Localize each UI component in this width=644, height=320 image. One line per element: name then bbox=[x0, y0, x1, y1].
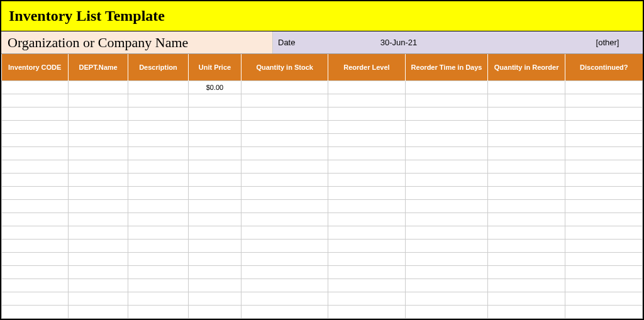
table-cell[interactable] bbox=[242, 80, 328, 94]
table-cell[interactable] bbox=[68, 173, 128, 186]
table-cell[interactable] bbox=[565, 146, 643, 160]
table-cell[interactable] bbox=[488, 107, 565, 120]
table-cell[interactable] bbox=[242, 212, 328, 226]
table-cell[interactable] bbox=[2, 239, 69, 252]
table-cell[interactable] bbox=[128, 120, 188, 133]
table-cell[interactable] bbox=[328, 226, 406, 239]
table-cell[interactable] bbox=[68, 226, 128, 239]
table-cell[interactable] bbox=[188, 239, 242, 252]
table-cell[interactable] bbox=[488, 212, 565, 226]
table-cell[interactable] bbox=[488, 120, 565, 133]
table-cell[interactable] bbox=[2, 160, 69, 173]
table-cell[interactable] bbox=[242, 160, 328, 173]
table-cell[interactable] bbox=[405, 252, 487, 265]
table-cell[interactable] bbox=[188, 265, 242, 279]
table-cell[interactable] bbox=[565, 186, 643, 199]
table-cell[interactable] bbox=[242, 265, 328, 279]
table-cell[interactable] bbox=[328, 186, 406, 199]
table-cell[interactable] bbox=[328, 133, 406, 146]
table-cell[interactable] bbox=[242, 107, 328, 120]
table-cell[interactable] bbox=[128, 186, 188, 199]
table-cell[interactable] bbox=[242, 173, 328, 186]
table-cell[interactable] bbox=[188, 252, 242, 265]
table-cell[interactable] bbox=[68, 107, 128, 120]
table-cell[interactable] bbox=[242, 226, 328, 239]
table-cell[interactable] bbox=[128, 212, 188, 226]
table-cell[interactable] bbox=[328, 80, 406, 94]
table-cell[interactable] bbox=[68, 80, 128, 94]
table-cell[interactable] bbox=[488, 80, 565, 94]
table-cell[interactable] bbox=[488, 239, 565, 252]
table-cell[interactable] bbox=[565, 80, 643, 94]
table-cell[interactable] bbox=[565, 226, 643, 239]
table-cell[interactable] bbox=[565, 120, 643, 133]
table-cell[interactable] bbox=[405, 239, 487, 252]
table-cell[interactable] bbox=[2, 120, 69, 133]
table-cell[interactable] bbox=[242, 239, 328, 252]
table-cell[interactable] bbox=[188, 199, 242, 212]
table-cell[interactable] bbox=[188, 133, 242, 146]
table-cell[interactable] bbox=[68, 265, 128, 279]
table-cell[interactable] bbox=[405, 173, 487, 186]
table-cell[interactable] bbox=[488, 292, 565, 305]
table-cell[interactable] bbox=[242, 199, 328, 212]
org-name-field[interactable]: Organization or Company Name bbox=[1, 31, 273, 53]
table-cell[interactable] bbox=[242, 94, 328, 107]
date-value[interactable]: 30-Jun-21 bbox=[348, 31, 449, 53]
table-cell[interactable] bbox=[128, 239, 188, 252]
table-cell[interactable] bbox=[565, 94, 643, 107]
table-cell[interactable] bbox=[328, 279, 406, 292]
table-cell[interactable] bbox=[488, 133, 565, 146]
table-cell[interactable] bbox=[328, 252, 406, 265]
table-cell[interactable] bbox=[242, 120, 328, 133]
table-cell[interactable] bbox=[488, 160, 565, 173]
table-cell[interactable] bbox=[405, 107, 487, 120]
table-cell[interactable] bbox=[242, 133, 328, 146]
table-cell[interactable] bbox=[2, 133, 69, 146]
table-cell[interactable] bbox=[2, 107, 69, 120]
table-cell[interactable]: $0.00 bbox=[188, 80, 242, 94]
table-cell[interactable] bbox=[405, 94, 487, 107]
table-cell[interactable] bbox=[68, 239, 128, 252]
table-cell[interactable] bbox=[2, 212, 69, 226]
table-cell[interactable] bbox=[488, 146, 565, 160]
table-cell[interactable] bbox=[68, 120, 128, 133]
table-cell[interactable] bbox=[68, 305, 128, 318]
table-cell[interactable] bbox=[188, 226, 242, 239]
table-cell[interactable] bbox=[328, 292, 406, 305]
table-cell[interactable] bbox=[2, 226, 69, 239]
table-cell[interactable] bbox=[565, 160, 643, 173]
table-cell[interactable] bbox=[188, 173, 242, 186]
table-cell[interactable] bbox=[565, 292, 643, 305]
table-cell[interactable] bbox=[405, 133, 487, 146]
table-cell[interactable] bbox=[68, 199, 128, 212]
table-cell[interactable] bbox=[68, 94, 128, 107]
table-cell[interactable] bbox=[128, 199, 188, 212]
table-cell[interactable] bbox=[188, 305, 242, 318]
table-cell[interactable] bbox=[488, 252, 565, 265]
table-cell[interactable] bbox=[405, 265, 487, 279]
table-cell[interactable] bbox=[405, 160, 487, 173]
table-cell[interactable] bbox=[565, 199, 643, 212]
table-cell[interactable] bbox=[405, 226, 487, 239]
table-cell[interactable] bbox=[328, 146, 406, 160]
table-cell[interactable] bbox=[488, 265, 565, 279]
table-cell[interactable] bbox=[565, 265, 643, 279]
table-cell[interactable] bbox=[128, 94, 188, 107]
table-cell[interactable] bbox=[328, 239, 406, 252]
table-cell[interactable] bbox=[2, 279, 69, 292]
table-cell[interactable] bbox=[565, 173, 643, 186]
table-cell[interactable] bbox=[405, 186, 487, 199]
table-cell[interactable] bbox=[328, 199, 406, 212]
table-cell[interactable] bbox=[565, 305, 643, 318]
table-cell[interactable] bbox=[68, 186, 128, 199]
table-cell[interactable] bbox=[565, 107, 643, 120]
table-cell[interactable] bbox=[68, 292, 128, 305]
table-cell[interactable] bbox=[328, 265, 406, 279]
table-cell[interactable] bbox=[328, 120, 406, 133]
table-cell[interactable] bbox=[328, 94, 406, 107]
table-cell[interactable] bbox=[2, 146, 69, 160]
table-cell[interactable] bbox=[565, 133, 643, 146]
table-cell[interactable] bbox=[188, 292, 242, 305]
table-cell[interactable] bbox=[405, 120, 487, 133]
